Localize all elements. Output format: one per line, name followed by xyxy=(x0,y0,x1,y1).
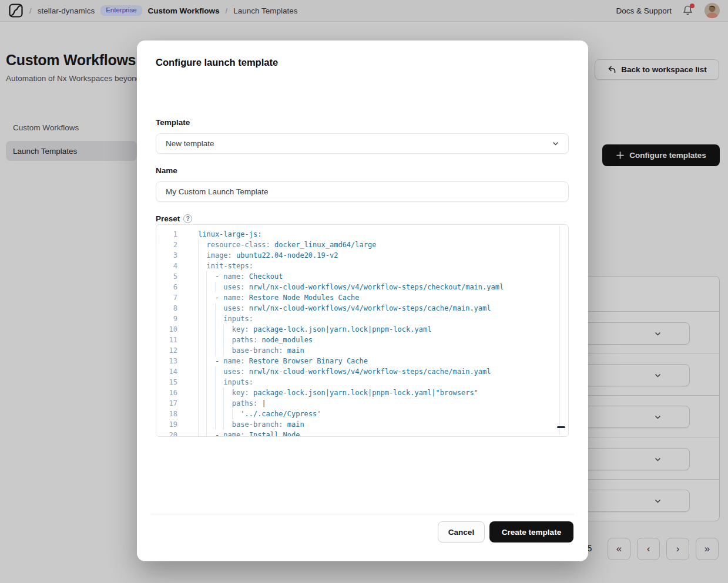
editor-scrollbar-thumb[interactable] xyxy=(557,426,565,428)
code-line: 4 init-steps: xyxy=(156,261,568,271)
template-select-value: New template xyxy=(166,139,214,148)
create-template-button[interactable]: Create template xyxy=(489,521,573,542)
code-line: 6 uses: nrwl/nx-cloud-workflows/v4/workf… xyxy=(156,282,568,292)
help-icon[interactable]: ? xyxy=(183,214,192,223)
code-line: 1linux-large-js: xyxy=(156,229,568,240)
yaml-code-editor[interactable]: 1linux-large-js:2 resource-class: docker… xyxy=(156,224,569,437)
editor-scrollbar-track xyxy=(559,226,560,435)
code-line: 10 key: package-lock.json|yarn.lock|pnpm… xyxy=(156,324,568,335)
code-line: 12 base-branch: main xyxy=(156,345,568,356)
code-line: 8 uses: nrwl/nx-cloud-workflows/v4/workf… xyxy=(156,303,568,314)
code-line: 17 paths: | xyxy=(156,398,568,409)
code-line: 16 key: package-lock.json|yarn.lock|pnpm… xyxy=(156,387,568,398)
code-line: 18 '../.cache/Cypress' xyxy=(156,409,568,419)
code-lines: 1linux-large-js:2 resource-class: docker… xyxy=(156,229,568,437)
code-line: 20 - name: Install Node xyxy=(156,430,568,437)
preset-label-text: Preset xyxy=(156,214,180,223)
modal-title: Configure launch template xyxy=(156,57,278,68)
code-line: 15 inputs: xyxy=(156,377,568,387)
code-line: 9 inputs: xyxy=(156,314,568,324)
preset-label: Preset ? xyxy=(156,214,192,223)
code-line: 11 paths: node_modules xyxy=(156,335,568,345)
code-line: 14 uses: nrwl/nx-cloud-workflows/v4/work… xyxy=(156,366,568,377)
code-line: 13 - name: Restore Browser Binary Cache xyxy=(156,356,568,366)
template-label: Template xyxy=(156,118,190,127)
template-select[interactable]: New template xyxy=(156,133,569,154)
name-label: Name xyxy=(156,166,177,175)
name-input[interactable] xyxy=(156,181,569,202)
chevron-down-icon xyxy=(551,139,560,148)
code-line: 19 base-branch: main xyxy=(156,419,568,430)
configure-launch-template-modal: Configure launch template Template New t… xyxy=(137,41,588,561)
code-line: 2 resource-class: docker_linux_amd64/lar… xyxy=(156,240,568,250)
code-line: 5 - name: Checkout xyxy=(156,271,568,282)
modal-footer-divider xyxy=(151,514,574,514)
cancel-button[interactable]: Cancel xyxy=(438,521,485,542)
app: / stellar-dynamics Enterprise Custom Wor… xyxy=(0,0,728,583)
code-line: 3 image: ubuntu22.04-node20.19-v2 xyxy=(156,250,568,261)
code-line: 7 - name: Restore Node Modules Cache xyxy=(156,292,568,303)
